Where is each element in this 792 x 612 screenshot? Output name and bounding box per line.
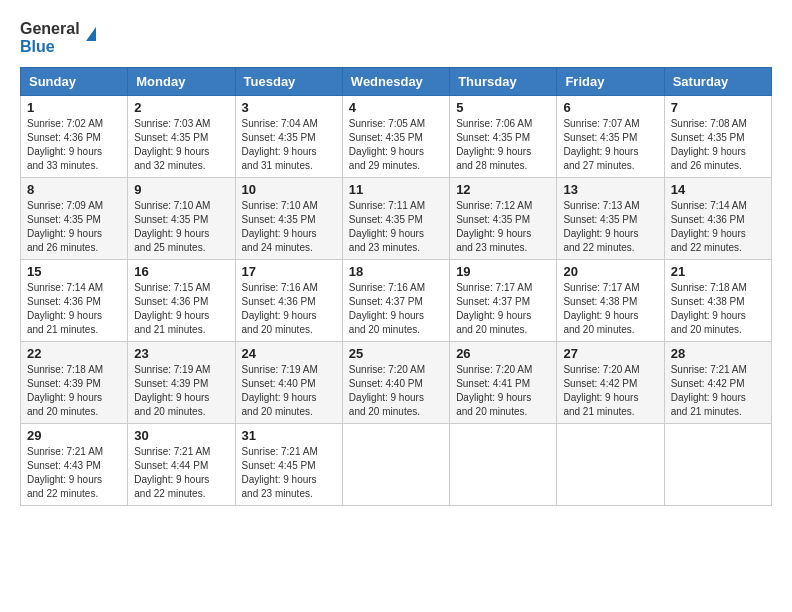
day-number: 31: [242, 428, 336, 443]
day-number: 14: [671, 182, 765, 197]
calendar-cell: 31Sunrise: 7:21 AMSunset: 4:45 PMDayligh…: [235, 424, 342, 506]
day-number: 27: [563, 346, 657, 361]
calendar-cell: [450, 424, 557, 506]
day-number: 9: [134, 182, 228, 197]
calendar-cell: [342, 424, 449, 506]
day-info: Sunrise: 7:07 AMSunset: 4:35 PMDaylight:…: [563, 117, 657, 173]
calendar-cell: 30Sunrise: 7:21 AMSunset: 4:44 PMDayligh…: [128, 424, 235, 506]
day-info: Sunrise: 7:11 AMSunset: 4:35 PMDaylight:…: [349, 199, 443, 255]
calendar-cell: 6Sunrise: 7:07 AMSunset: 4:35 PMDaylight…: [557, 96, 664, 178]
calendar-week-row: 15Sunrise: 7:14 AMSunset: 4:36 PMDayligh…: [21, 260, 772, 342]
calendar-cell: 10Sunrise: 7:10 AMSunset: 4:35 PMDayligh…: [235, 178, 342, 260]
day-info: Sunrise: 7:13 AMSunset: 4:35 PMDaylight:…: [563, 199, 657, 255]
calendar-table: SundayMondayTuesdayWednesdayThursdayFrid…: [20, 67, 772, 506]
day-number: 22: [27, 346, 121, 361]
calendar-cell: 27Sunrise: 7:20 AMSunset: 4:42 PMDayligh…: [557, 342, 664, 424]
calendar-cell: 17Sunrise: 7:16 AMSunset: 4:36 PMDayligh…: [235, 260, 342, 342]
calendar-cell: 22Sunrise: 7:18 AMSunset: 4:39 PMDayligh…: [21, 342, 128, 424]
day-number: 26: [456, 346, 550, 361]
day-info: Sunrise: 7:21 AMSunset: 4:42 PMDaylight:…: [671, 363, 765, 419]
header-wednesday: Wednesday: [342, 68, 449, 96]
calendar-cell: 20Sunrise: 7:17 AMSunset: 4:38 PMDayligh…: [557, 260, 664, 342]
day-number: 19: [456, 264, 550, 279]
day-info: Sunrise: 7:05 AMSunset: 4:35 PMDaylight:…: [349, 117, 443, 173]
calendar-cell: 11Sunrise: 7:11 AMSunset: 4:35 PMDayligh…: [342, 178, 449, 260]
day-number: 29: [27, 428, 121, 443]
day-number: 4: [349, 100, 443, 115]
calendar-cell: 28Sunrise: 7:21 AMSunset: 4:42 PMDayligh…: [664, 342, 771, 424]
day-info: Sunrise: 7:02 AMSunset: 4:36 PMDaylight:…: [27, 117, 121, 173]
calendar-cell: 23Sunrise: 7:19 AMSunset: 4:39 PMDayligh…: [128, 342, 235, 424]
day-info: Sunrise: 7:10 AMSunset: 4:35 PMDaylight:…: [242, 199, 336, 255]
day-info: Sunrise: 7:03 AMSunset: 4:35 PMDaylight:…: [134, 117, 228, 173]
day-info: Sunrise: 7:17 AMSunset: 4:38 PMDaylight:…: [563, 281, 657, 337]
day-info: Sunrise: 7:09 AMSunset: 4:35 PMDaylight:…: [27, 199, 121, 255]
calendar-cell: 1Sunrise: 7:02 AMSunset: 4:36 PMDaylight…: [21, 96, 128, 178]
calendar-cell: 14Sunrise: 7:14 AMSunset: 4:36 PMDayligh…: [664, 178, 771, 260]
header-tuesday: Tuesday: [235, 68, 342, 96]
calendar-week-row: 29Sunrise: 7:21 AMSunset: 4:43 PMDayligh…: [21, 424, 772, 506]
day-number: 15: [27, 264, 121, 279]
day-number: 13: [563, 182, 657, 197]
day-info: Sunrise: 7:19 AMSunset: 4:39 PMDaylight:…: [134, 363, 228, 419]
day-info: Sunrise: 7:20 AMSunset: 4:42 PMDaylight:…: [563, 363, 657, 419]
calendar-cell: [557, 424, 664, 506]
calendar-week-row: 22Sunrise: 7:18 AMSunset: 4:39 PMDayligh…: [21, 342, 772, 424]
calendar-cell: 12Sunrise: 7:12 AMSunset: 4:35 PMDayligh…: [450, 178, 557, 260]
day-number: 12: [456, 182, 550, 197]
calendar-cell: 7Sunrise: 7:08 AMSunset: 4:35 PMDaylight…: [664, 96, 771, 178]
day-number: 8: [27, 182, 121, 197]
day-info: Sunrise: 7:14 AMSunset: 4:36 PMDaylight:…: [671, 199, 765, 255]
calendar-week-row: 8Sunrise: 7:09 AMSunset: 4:35 PMDaylight…: [21, 178, 772, 260]
calendar-cell: 16Sunrise: 7:15 AMSunset: 4:36 PMDayligh…: [128, 260, 235, 342]
day-info: Sunrise: 7:20 AMSunset: 4:41 PMDaylight:…: [456, 363, 550, 419]
day-number: 11: [349, 182, 443, 197]
day-info: Sunrise: 7:21 AMSunset: 4:44 PMDaylight:…: [134, 445, 228, 501]
calendar-cell: 29Sunrise: 7:21 AMSunset: 4:43 PMDayligh…: [21, 424, 128, 506]
day-info: Sunrise: 7:16 AMSunset: 4:36 PMDaylight:…: [242, 281, 336, 337]
logo-display: General Blue: [20, 20, 96, 55]
calendar-cell: 8Sunrise: 7:09 AMSunset: 4:35 PMDaylight…: [21, 178, 128, 260]
calendar-cell: 18Sunrise: 7:16 AMSunset: 4:37 PMDayligh…: [342, 260, 449, 342]
day-number: 25: [349, 346, 443, 361]
day-info: Sunrise: 7:10 AMSunset: 4:35 PMDaylight:…: [134, 199, 228, 255]
day-number: 7: [671, 100, 765, 115]
day-number: 3: [242, 100, 336, 115]
header-monday: Monday: [128, 68, 235, 96]
header-saturday: Saturday: [664, 68, 771, 96]
calendar-cell: 19Sunrise: 7:17 AMSunset: 4:37 PMDayligh…: [450, 260, 557, 342]
calendar-cell: 25Sunrise: 7:20 AMSunset: 4:40 PMDayligh…: [342, 342, 449, 424]
day-number: 28: [671, 346, 765, 361]
day-info: Sunrise: 7:12 AMSunset: 4:35 PMDaylight:…: [456, 199, 550, 255]
calendar-cell: 4Sunrise: 7:05 AMSunset: 4:35 PMDaylight…: [342, 96, 449, 178]
logo-blue: Blue: [20, 38, 80, 56]
calendar-cell: [664, 424, 771, 506]
day-info: Sunrise: 7:19 AMSunset: 4:40 PMDaylight:…: [242, 363, 336, 419]
logo: General Blue: [20, 20, 96, 55]
calendar-cell: 21Sunrise: 7:18 AMSunset: 4:38 PMDayligh…: [664, 260, 771, 342]
day-number: 20: [563, 264, 657, 279]
day-info: Sunrise: 7:16 AMSunset: 4:37 PMDaylight:…: [349, 281, 443, 337]
day-info: Sunrise: 7:14 AMSunset: 4:36 PMDaylight:…: [27, 281, 121, 337]
calendar-cell: 15Sunrise: 7:14 AMSunset: 4:36 PMDayligh…: [21, 260, 128, 342]
page-header: General Blue: [20, 20, 772, 55]
day-number: 1: [27, 100, 121, 115]
day-number: 6: [563, 100, 657, 115]
day-number: 18: [349, 264, 443, 279]
day-info: Sunrise: 7:06 AMSunset: 4:35 PMDaylight:…: [456, 117, 550, 173]
logo-arrow-icon: [86, 27, 96, 41]
calendar-header-row: SundayMondayTuesdayWednesdayThursdayFrid…: [21, 68, 772, 96]
day-number: 10: [242, 182, 336, 197]
day-number: 5: [456, 100, 550, 115]
day-number: 16: [134, 264, 228, 279]
day-number: 21: [671, 264, 765, 279]
calendar-cell: 26Sunrise: 7:20 AMSunset: 4:41 PMDayligh…: [450, 342, 557, 424]
day-info: Sunrise: 7:17 AMSunset: 4:37 PMDaylight:…: [456, 281, 550, 337]
header-thursday: Thursday: [450, 68, 557, 96]
header-friday: Friday: [557, 68, 664, 96]
day-number: 30: [134, 428, 228, 443]
logo-general: General: [20, 20, 80, 38]
day-info: Sunrise: 7:20 AMSunset: 4:40 PMDaylight:…: [349, 363, 443, 419]
logo-text: General Blue: [20, 20, 80, 55]
day-number: 24: [242, 346, 336, 361]
